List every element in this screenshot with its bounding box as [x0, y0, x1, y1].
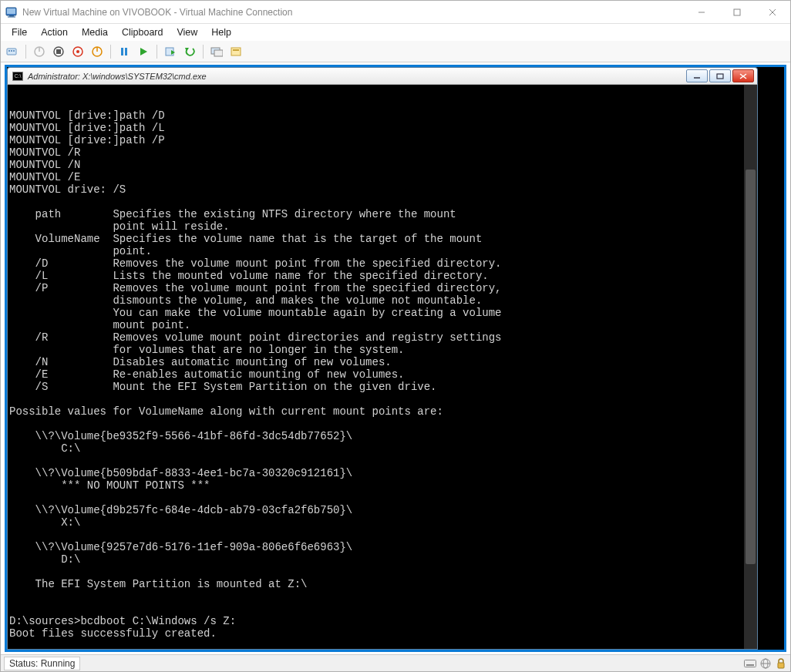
- statusbar: Status: Running: [1, 654, 790, 671]
- cmd-title: Administrator: X:\windows\SYSTEM32\cmd.e…: [28, 72, 686, 81]
- outer-titlebar: New Virtual Machine on VIVOBOOK - Virtua…: [1, 1, 790, 24]
- checkpoint-button[interactable]: [162, 43, 179, 60]
- revert-button[interactable]: [181, 43, 198, 60]
- svg-rect-2: [9, 15, 14, 17]
- menu-clipboard[interactable]: Clipboard: [116, 25, 170, 39]
- cmd-icon: C:\: [12, 72, 23, 81]
- turn-off-button[interactable]: [50, 43, 67, 60]
- save-button[interactable]: [89, 43, 106, 60]
- menu-media[interactable]: Media: [76, 25, 114, 39]
- shutdown-button[interactable]: [69, 43, 86, 60]
- cmd-scrollbar[interactable]: [744, 85, 757, 649]
- menu-file[interactable]: File: [5, 25, 33, 39]
- svg-marker-22: [140, 48, 147, 55]
- hyperv-window: New Virtual Machine on VIVOBOOK - Virtua…: [0, 0, 791, 672]
- toolbar-separator: [157, 45, 157, 59]
- cmd-text: MOUNTVOL [drive:]path /D MOUNTVOL [drive…: [9, 109, 756, 650]
- app-icon: [5, 6, 18, 18]
- svg-rect-11: [13, 50, 15, 52]
- share-button[interactable]: [227, 43, 244, 60]
- minimize-button[interactable]: [684, 1, 719, 23]
- scrollbar-thumb[interactable]: [746, 170, 756, 564]
- maximize-button[interactable]: [719, 1, 755, 23]
- svg-rect-9: [8, 50, 10, 52]
- menu-help[interactable]: Help: [205, 25, 237, 39]
- toolbar-separator: [110, 45, 111, 59]
- menubar: File Action Media Clipboard View Help: [1, 24, 790, 41]
- vm-viewport: C:\ Administrator: X:\windows\SYSTEM32\c…: [1, 62, 790, 654]
- cmd-close-button[interactable]: [732, 69, 754, 82]
- cmd-titlebar[interactable]: C:\ Administrator: X:\windows\SYSTEM32\c…: [7, 67, 758, 85]
- svg-rect-27: [214, 50, 223, 56]
- lock-icon: [775, 657, 787, 670]
- start-button[interactable]: [31, 43, 48, 60]
- toolbar: [1, 41, 790, 62]
- cmd-window: C:\ Administrator: X:\windows\SYSTEM32\c…: [7, 67, 758, 650]
- vm-frame: C:\ Administrator: X:\windows\SYSTEM32\c…: [5, 65, 786, 652]
- svg-rect-31: [717, 74, 723, 79]
- svg-point-17: [76, 50, 79, 53]
- reset-button[interactable]: [135, 43, 152, 60]
- svg-rect-28: [231, 48, 241, 55]
- network-icon: [759, 657, 772, 670]
- close-button[interactable]: [755, 1, 790, 23]
- window-title: New Virtual Machine on VIVOBOOK - Virtua…: [22, 7, 684, 18]
- ctrl-alt-del-button[interactable]: [4, 43, 21, 60]
- svg-rect-29: [233, 49, 239, 51]
- status-text: Status: Running: [4, 657, 80, 670]
- cmd-output[interactable]: MOUNTVOL [drive:]path /D MOUNTVOL [drive…: [7, 85, 758, 650]
- svg-rect-21: [125, 48, 127, 55]
- cmd-maximize-button[interactable]: [709, 69, 731, 82]
- menu-action[interactable]: Action: [35, 25, 74, 39]
- svg-rect-5: [734, 9, 740, 15]
- cmd-minimize-button[interactable]: [686, 69, 708, 82]
- cmd-window-controls: [686, 69, 757, 82]
- svg-rect-39: [778, 663, 784, 668]
- svg-rect-10: [11, 50, 12, 52]
- svg-rect-20: [121, 48, 123, 55]
- enhanced-session-button[interactable]: [208, 43, 225, 60]
- window-controls: [684, 1, 790, 23]
- svg-rect-3: [8, 16, 15, 17]
- guest-desktop[interactable]: C:\ Administrator: X:\windows\SYSTEM32\c…: [7, 67, 784, 650]
- toolbar-separator: [203, 45, 204, 59]
- keyboard-icon: [744, 657, 756, 670]
- menu-view[interactable]: View: [170, 25, 204, 39]
- svg-rect-15: [56, 49, 61, 54]
- pause-button[interactable]: [116, 43, 133, 60]
- svg-rect-35: [746, 664, 754, 666]
- toolbar-separator: [25, 45, 26, 59]
- svg-rect-1: [7, 8, 15, 14]
- svg-rect-34: [745, 660, 756, 667]
